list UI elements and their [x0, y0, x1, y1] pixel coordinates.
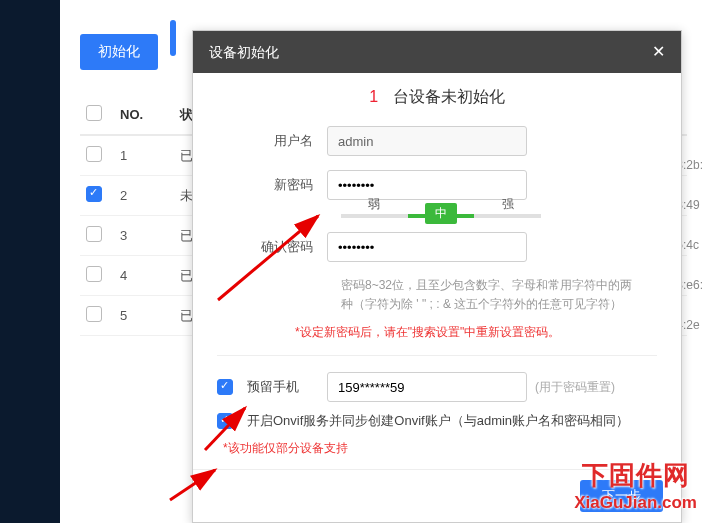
left-sidebar [0, 0, 60, 523]
username-input [327, 126, 527, 156]
initialize-dialog: 设备初始化 ✕ 1 台设备未初始化 用户名 新密码 弱 中 强 确认密码 密码8… [192, 30, 682, 523]
pwd-warning: *设定新密码后，请在"搜索设置"中重新设置密码。 [295, 324, 657, 341]
confirm-input[interactable] [327, 232, 527, 262]
dialog-footer: 下一步 [193, 469, 681, 522]
initialize-button[interactable]: 初始化 [80, 34, 158, 70]
subtitle-text: 台设备未初始化 [393, 88, 505, 105]
newpwd-label: 新密码 [217, 176, 327, 194]
reserve-phone-checkbox[interactable] [217, 379, 233, 395]
reserve-phone-label: 预留手机 [247, 378, 327, 396]
reserve-phone-hint: (用于密码重置) [535, 379, 615, 396]
row-checkbox[interactable] [86, 186, 102, 202]
newpwd-input[interactable] [327, 170, 527, 200]
subtitle: 1 台设备未初始化 [217, 87, 657, 108]
secondary-button[interactable] [170, 20, 176, 56]
pwd-hint: 密码8~32位，且至少包含数字、字母和常用字符中的两种（字符为除 ' " ; :… [341, 276, 641, 314]
dialog-body: 1 台设备未初始化 用户名 新密码 弱 中 强 确认密码 密码8~32位，且至少… [193, 73, 681, 469]
onvif-label: 开启Onvif服务并同步创建Onvif账户（与admin账户名和密码相同） [247, 412, 629, 430]
select-all-checkbox[interactable] [86, 105, 102, 121]
next-button[interactable]: 下一步 [580, 480, 663, 512]
row-checkbox[interactable] [86, 266, 102, 282]
dialog-header: 设备初始化 ✕ [193, 31, 681, 73]
dialog-title: 设备初始化 [209, 31, 279, 73]
row-checkbox[interactable] [86, 146, 102, 162]
password-strength-meter: 弱 中 强 [341, 214, 541, 218]
row-checkbox[interactable] [86, 306, 102, 322]
onvif-warning: *该功能仅部分设备支持 [223, 440, 657, 457]
username-label: 用户名 [217, 132, 327, 150]
col-no: NO. [114, 95, 174, 135]
divider [217, 355, 657, 356]
onvif-checkbox[interactable] [217, 413, 233, 429]
close-icon[interactable]: ✕ [652, 31, 665, 73]
reserve-phone-input[interactable] [327, 372, 527, 402]
row-checkbox[interactable] [86, 226, 102, 242]
confirm-label: 确认密码 [217, 238, 327, 256]
device-count: 1 [369, 88, 378, 105]
